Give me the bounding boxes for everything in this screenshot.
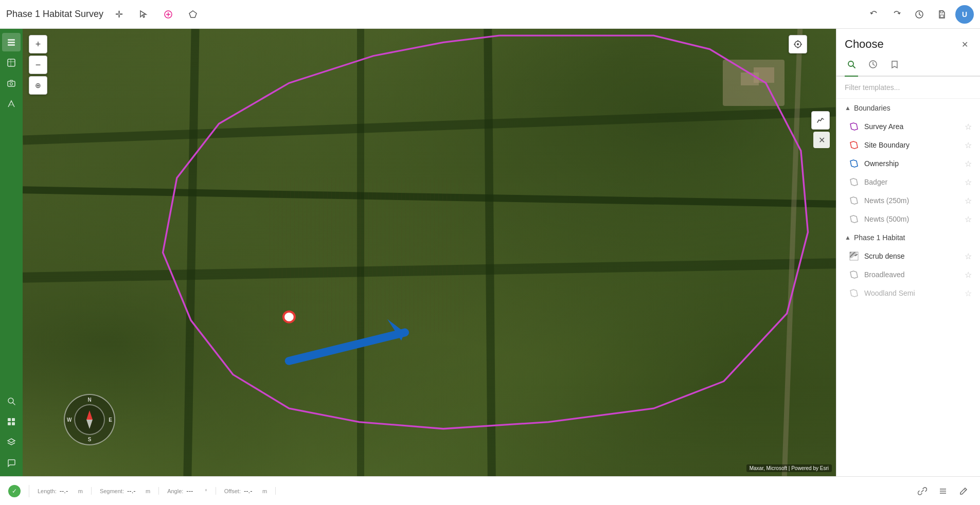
svg-rect-6 [8,39,15,41]
section-boundaries[interactable]: ▲ Boundaries [836,99,980,117]
segment-label: Segment: [100,488,124,494]
scrub-dense-icon [849,251,859,261]
panel-title: Choose [845,38,884,51]
badger-star[interactable]: ☆ [965,177,972,187]
map-background: + − ⊕ ✕ N S E W [23,29,836,476]
svg-rect-17 [8,422,11,425]
compass: N S E W [64,394,115,445]
broadleaved-label: Broadleaved [864,270,959,279]
survey-area-icon [849,121,859,132]
map-container[interactable]: + − ⊕ ✕ N S E W [23,29,836,476]
segment-value: --.- [127,487,142,495]
phase1-label: Phase 1 Habitat [854,233,905,242]
offset-label: Offset: [224,488,241,494]
crosshair-btn[interactable]: ⊕ [29,76,47,95]
svg-rect-15 [8,418,11,421]
zoom-out-btn[interactable]: − [29,56,47,74]
woodland-semi-star[interactable]: ☆ [965,288,972,298]
woodland-semi-icon [849,288,859,298]
compass-north: N [87,397,91,403]
tab-recent[interactable] [866,56,880,76]
user-avatar[interactable]: U [955,5,974,24]
compass-south: S [88,437,92,442]
bottom-right-actions [914,483,972,499]
broadleaved-star[interactable]: ☆ [965,270,972,280]
svg-rect-10 [8,81,15,86]
save-btn[interactable] [933,5,951,24]
move-tool-btn[interactable]: ✛ [110,5,128,24]
badger-label: Badger [864,178,959,186]
list-btn[interactable] [935,483,951,499]
panel-filter-area [836,77,980,99]
site-boundary-star[interactable]: ☆ [965,140,972,150]
list-item-badger[interactable]: Badger ☆ [836,173,980,191]
sidebar-item-route[interactable] [2,95,21,113]
length-label: Length: [38,488,57,494]
filter-input[interactable] [845,83,972,92]
sidebar-item-search[interactable] [2,392,21,410]
ownership-icon [849,158,859,169]
svg-rect-18 [12,422,15,425]
redo-btn[interactable] [887,5,906,24]
sidebar-item-comment[interactable] [2,454,21,472]
undo-btn[interactable] [865,5,883,24]
list-item-newts-250[interactable]: Newts (250m) ☆ [836,191,980,210]
newts-250-label: Newts (250m) [864,196,959,205]
compass-west: W [67,417,72,423]
list-item-woodland-semi[interactable]: Woodland Semi ☆ [836,284,980,302]
tab-bookmark[interactable] [888,56,901,76]
map-attribution: Maxar, Microsoft | Powered by Esri [746,464,832,472]
map-close-btn[interactable]: ✕ [813,132,830,148]
section-phase1[interactable]: ▲ Phase 1 Habitat [836,228,980,247]
list-item-survey-area[interactable]: Survey Area ☆ [836,117,980,136]
length-group: Length: --.- m [29,487,92,495]
panel-list: ▲ Boundaries Survey Area ☆ Site Boundary… [836,99,980,476]
panel-close-btn[interactable]: ✕ [957,37,972,51]
survey-area-star[interactable]: ☆ [965,122,972,132]
ownership-star[interactable]: ☆ [965,159,972,169]
length-unit: m [78,488,83,494]
status-indicator[interactable]: ✓ [8,485,21,497]
list-item-broadleaved[interactable]: Broadleaved ☆ [836,265,980,284]
add-tool-btn[interactable] [159,5,177,24]
tab-search[interactable] [845,56,858,76]
offset-group: Offset: --.- m [216,487,276,495]
right-panel: Choose ✕ ▲ Boundaries [836,29,980,476]
angle-unit: ° [205,488,207,494]
badger-icon [849,177,859,187]
boundaries-chevron: ▲ [845,104,851,112]
svg-rect-8 [8,44,15,46]
list-item-newts-500[interactable]: Newts (500m) ☆ [836,210,980,228]
newts-250-star[interactable]: ☆ [965,196,972,206]
map-controls: + − ⊕ [29,35,47,95]
sidebar-item-map[interactable] [2,53,21,72]
woodland-semi-label: Woodland Semi [864,289,959,297]
locate-btn[interactable] [789,35,807,53]
zoom-in-btn[interactable]: + [29,35,47,53]
sidebar-item-stack[interactable] [2,433,21,452]
list-item-scrub-dense[interactable]: Scrub dense ☆ [836,247,980,265]
segment-group: Segment: --.- m [92,487,159,495]
offset-value: --.- [244,487,259,495]
sidebar-item-grid[interactable] [2,412,21,431]
newts-500-star[interactable]: ☆ [965,214,972,224]
sidebar-item-camera[interactable] [2,74,21,93]
edit-btn[interactable] [955,483,972,499]
newts-500-label: Newts (500m) [864,215,959,223]
scrub-dense-star[interactable]: ☆ [965,251,972,261]
select-tool-btn[interactable] [134,5,153,24]
analytics-btn[interactable] [811,111,830,130]
sidebar-item-layers[interactable] [2,33,21,51]
svg-rect-7 [8,42,15,43]
length-value: --.- [60,487,75,495]
svg-rect-9 [8,59,15,66]
history-btn[interactable] [910,5,929,24]
svg-line-14 [13,403,15,405]
svg-line-29 [853,66,855,68]
polygon-tool-btn[interactable] [184,5,202,24]
svg-point-23 [797,43,799,45]
list-item-site-boundary[interactable]: Site Boundary ☆ [836,136,980,154]
phase1-chevron: ▲ [845,234,851,241]
link-btn[interactable] [914,483,931,499]
list-item-ownership[interactable]: Ownership ☆ [836,154,980,173]
